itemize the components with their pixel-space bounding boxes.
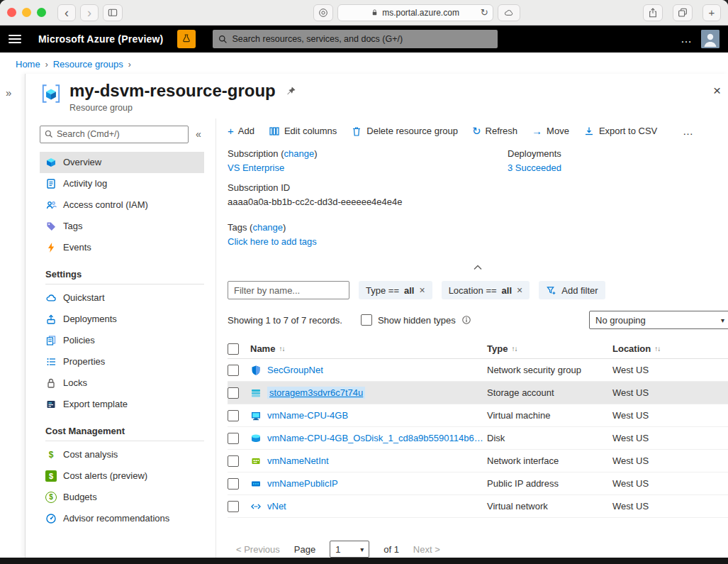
forward-button[interactable]: › xyxy=(80,4,99,21)
add-tags-link[interactable]: Click here to add tags xyxy=(228,236,317,247)
sidebar-item-overview[interactable]: Overview xyxy=(40,152,204,173)
resource-link[interactable]: vmNamePublicIP xyxy=(267,478,338,489)
show-hidden-types-label: Show hidden types xyxy=(378,315,456,326)
row-checkbox[interactable] xyxy=(228,365,239,376)
sidebar-item-activity-log[interactable]: Activity log xyxy=(40,173,204,194)
previous-page-button[interactable]: < Previous xyxy=(236,544,280,555)
zoom-window-button[interactable] xyxy=(37,8,46,17)
filter-by-name-input[interactable] xyxy=(228,281,349,299)
table-row[interactable]: vNet Virtual network West US xyxy=(228,495,728,518)
next-page-button[interactable]: Next > xyxy=(413,544,440,555)
address-bar[interactable]: ms.portal.azure.com ↻ xyxy=(337,4,493,21)
delete-resource-group-button[interactable]: Delete resource group xyxy=(351,126,458,137)
row-checkbox[interactable] xyxy=(228,501,239,512)
resource-link[interactable]: vmNameNetInt xyxy=(267,455,329,466)
sidebar-item-locks[interactable]: Locks xyxy=(40,372,204,394)
page-settings-button[interactable] xyxy=(313,4,333,21)
add-filter-button[interactable]: Add filter xyxy=(539,281,605,299)
minimize-window-button[interactable] xyxy=(22,8,31,17)
move-button[interactable]: →Move xyxy=(532,126,569,136)
sort-by-name-header[interactable]: Name↑↓ xyxy=(250,343,487,354)
pill-label: Type == xyxy=(366,285,399,296)
add-button[interactable]: +Add xyxy=(228,126,254,136)
table-row[interactable]: vmNameNetInt Network interface West US xyxy=(228,450,728,472)
sidebar-item-access-control[interactable]: Access control (IAM) xyxy=(40,194,204,216)
remove-filter-icon[interactable]: × xyxy=(517,285,522,295)
sidebar-item-cost-analysis[interactable]: $ Cost analysis xyxy=(40,444,204,465)
table-row[interactable]: vmName-CPU-4GB_OsDisk_1_cd8a9b5590114b6a… xyxy=(228,427,728,450)
collapse-menu-button[interactable]: « xyxy=(196,128,201,140)
type-filter-pill[interactable]: Type == all × xyxy=(359,281,432,299)
icloud-tabs-button[interactable] xyxy=(498,4,520,21)
table-row[interactable]: vmName-CPU-4GB Virtual machine West US xyxy=(228,404,728,427)
breadcrumb-resource-groups-link[interactable]: Resource groups xyxy=(53,59,123,70)
share-button[interactable] xyxy=(643,4,663,21)
edit-columns-button[interactable]: Edit columns xyxy=(269,126,337,137)
menu-search-input[interactable] xyxy=(57,129,184,139)
sort-by-type-header[interactable]: Type↑↓ xyxy=(487,343,612,354)
resource-link[interactable]: vmName-CPU-4GB xyxy=(267,410,348,421)
sidebar-item-cost-alerts[interactable]: $ Cost alerts (preview) xyxy=(40,465,204,487)
sidebar-item-export-template[interactable]: Export template xyxy=(40,394,204,415)
change-subscription-link[interactable]: change xyxy=(284,148,314,159)
preview-flask-button[interactable] xyxy=(177,30,196,48)
sidebar-item-properties[interactable]: Properties xyxy=(40,351,204,372)
sidebar-item-deployments[interactable]: Deployments xyxy=(40,309,204,330)
back-button[interactable]: ‹ xyxy=(57,4,76,21)
page-number-dropdown[interactable]: 1 ▾ xyxy=(330,541,369,558)
row-checkbox[interactable] xyxy=(228,433,239,444)
tags-label: Tags ( xyxy=(228,222,252,233)
row-checkbox[interactable] xyxy=(228,455,239,467)
table-row[interactable]: vmNamePublicIP Public IP address West US xyxy=(228,472,728,495)
change-tags-link[interactable]: change xyxy=(252,222,283,233)
row-checkbox[interactable] xyxy=(228,410,239,421)
global-search[interactable] xyxy=(213,30,498,48)
sidebar-item-tags[interactable]: Tags xyxy=(40,216,204,237)
export-to-csv-button[interactable]: Export to CSV xyxy=(583,126,657,137)
resource-link[interactable]: vmName-CPU-4GB_OsDisk_1_cd8a9b5590114b6a… xyxy=(267,433,487,443)
breadcrumb-home-link[interactable]: Home xyxy=(16,59,40,70)
menu-search-box[interactable] xyxy=(40,126,189,143)
sidebar-item-policies[interactable]: Policies xyxy=(40,330,204,351)
pill-value: all xyxy=(502,285,512,296)
expand-portal-menu-button[interactable]: » xyxy=(6,87,11,99)
sidebar-toggle-button[interactable] xyxy=(103,4,123,21)
records-bar: Showing 1 to 7 of 7 records. Show hidden… xyxy=(228,311,728,329)
row-checkbox[interactable] xyxy=(228,387,239,399)
avatar[interactable] xyxy=(701,30,719,48)
select-all-checkbox[interactable] xyxy=(228,343,239,355)
pin-icon[interactable] xyxy=(286,86,296,96)
show-hidden-types-checkbox[interactable] xyxy=(361,314,372,326)
new-tab-button[interactable]: + xyxy=(702,4,721,21)
sort-by-location-header[interactable]: Location↑↓ xyxy=(612,343,728,354)
sidebar-item-events[interactable]: Events xyxy=(40,237,204,258)
location-filter-pill[interactable]: Location == all × xyxy=(442,281,530,299)
hamburger-menu-button[interactable] xyxy=(9,35,21,43)
tab-overview-button[interactable] xyxy=(673,4,693,21)
resource-link[interactable]: SecGroupNet xyxy=(267,365,323,375)
sort-icon: ↑↓ xyxy=(279,345,284,353)
row-checkbox[interactable] xyxy=(228,478,239,490)
info-icon[interactable] xyxy=(461,315,471,325)
resource-link[interactable]: vNet xyxy=(267,501,286,512)
subscription-link[interactable]: VS Enterprise xyxy=(228,162,284,173)
azure-home-link[interactable]: Microsoft Azure (Preview) xyxy=(38,33,163,45)
close-window-button[interactable] xyxy=(7,8,16,17)
properties-icon xyxy=(45,356,57,367)
table-row[interactable]: SecGroupNet Network security group West … xyxy=(228,359,728,382)
remove-filter-icon[interactable]: × xyxy=(419,285,425,295)
close-blade-button[interactable]: × xyxy=(713,84,721,97)
global-search-input[interactable] xyxy=(232,34,492,44)
deployments-link[interactable]: 3 Succeeded xyxy=(508,162,561,173)
grouping-dropdown[interactable]: No grouping ▾ xyxy=(589,311,728,329)
sidebar-item-advisor-recommendations[interactable]: Advisor recommendations xyxy=(40,508,204,529)
sidebar-item-budgets[interactable]: $ Budgets xyxy=(40,487,204,508)
refresh-button[interactable]: ↻Refresh xyxy=(472,126,517,136)
reload-icon[interactable]: ↻ xyxy=(481,7,488,18)
resource-link[interactable]: storagem3sdvr6c7t74u xyxy=(267,387,365,399)
collapse-essentials-button[interactable] xyxy=(228,260,728,274)
command-bar-more-button[interactable]: … xyxy=(683,125,694,137)
table-row[interactable]: storagem3sdvr6c7t74u Storage account Wes… xyxy=(228,382,728,404)
sidebar-item-quickstart[interactable]: Quickstart xyxy=(40,287,204,309)
topbar-more-button[interactable]: … xyxy=(681,33,693,45)
